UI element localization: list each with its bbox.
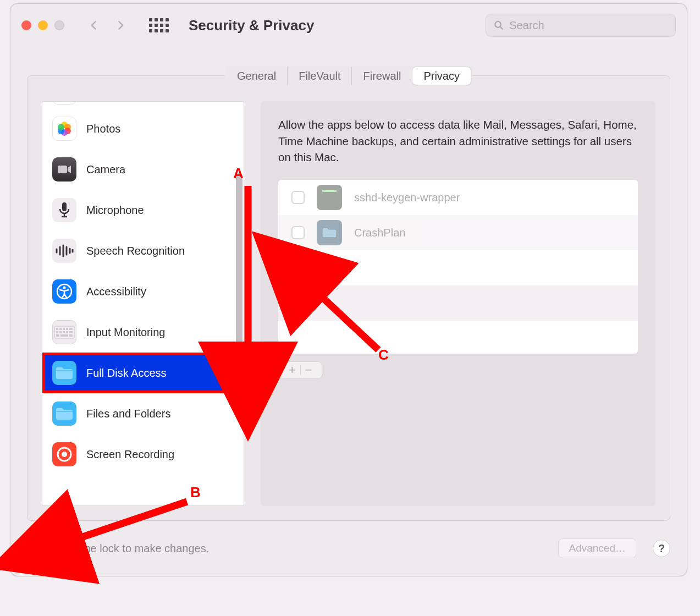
folder-icon [52,361,76,385]
sidebar-item-camera[interactable]: Camera [42,149,244,190]
close-window-button[interactable] [21,20,31,30]
svg-rect-30 [69,331,73,333]
folder-icon [52,402,76,426]
lock-button[interactable] [27,537,46,559]
separator [300,365,301,375]
sidebar-scrollbar[interactable] [236,173,242,376]
add-remove-buttons[interactable]: + − [278,361,322,379]
reminders-partial-icon [52,102,76,105]
sidebar-item-label: Screen Recording [86,448,234,461]
svg-rect-25 [69,328,73,330]
svg-rect-29 [66,331,68,333]
nav-arrows [89,20,126,31]
checkbox-crashplan[interactable] [291,226,305,239]
svg-rect-27 [59,331,62,333]
tab-firewall[interactable]: Firewall [352,67,412,85]
svg-rect-28 [63,331,65,333]
svg-rect-34 [56,370,73,371]
sidebar-item-photos[interactable]: Photos [42,108,244,149]
sidebar-item-label: Full Disk Access [86,367,234,380]
svg-rect-31 [56,334,59,337]
sidebar-item-files-folders[interactable]: Files and Folders [42,393,244,434]
add-button[interactable]: + [289,364,296,376]
footer: Click the lock to make changes. Advanced… [27,532,670,565]
app-label: CrashPlan [354,227,405,239]
svg-rect-8 [58,166,67,173]
zoom-window-button[interactable] [54,20,64,30]
window-title: Security & Privacy [189,17,314,34]
search-input[interactable] [509,19,668,32]
svg-point-37 [62,452,67,457]
keyboard-icon [52,320,76,344]
app-row-empty [278,285,638,321]
svg-rect-22 [59,328,62,330]
window-controls [21,20,64,30]
svg-rect-24 [66,328,68,330]
checkbox-sshd[interactable] [291,191,305,204]
lock-body-icon [28,547,45,559]
svg-rect-9 [62,202,67,211]
help-button[interactable]: ? [653,540,670,557]
sidebar-item-label: Microphone [86,204,234,217]
tab-bar: General FileVault Firewall Privacy [225,66,472,86]
tab-privacy[interactable]: Privacy [412,67,471,85]
sidebar-item-full-disk-access[interactable]: Full Disk Access [42,353,244,393]
sidebar-item-label: Camera [86,163,234,176]
advanced-button[interactable]: Advanced… [558,538,636,558]
app-row-empty [278,250,638,285]
sidebar-item-screen-recording[interactable]: Screen Recording [42,434,244,475]
app-label: sshd-keygen-wrapper [354,191,460,204]
sidebar-item-speech[interactable]: Speech Recognition [42,230,244,271]
back-button[interactable] [89,20,100,31]
photos-icon [52,117,76,141]
show-all-button[interactable] [149,18,169,32]
app-row-crashplan[interactable]: CrashPlan [278,215,638,250]
accessibility-icon [52,279,76,304]
lock-hint-text: Click the lock to make changes. [54,542,209,555]
crashplan-folder-icon [317,220,342,245]
svg-rect-35 [56,411,73,412]
search-icon [494,20,504,31]
sidebar-item-microphone[interactable]: Microphone [42,190,244,230]
speech-waveform-icon [52,239,76,263]
svg-rect-21 [56,328,58,330]
panel-description: Allow the apps below to access data like… [278,117,638,166]
preferences-window: Security & Privacy General FileVault Fir… [10,3,687,576]
search-field[interactable] [486,14,676,37]
sidebar-item-label: Photos [86,123,234,135]
sidebar-item-label: Accessibility [86,285,234,298]
app-list: sshd-keygen-wrapper CrashPlan [278,180,638,354]
app-row-sshd[interactable]: sshd-keygen-wrapper [278,180,638,215]
svg-line-1 [500,26,503,29]
svg-rect-33 [69,334,73,337]
svg-point-7 [58,124,64,130]
minimize-window-button[interactable] [38,20,48,30]
record-target-icon [52,442,76,466]
camera-icon [52,157,76,182]
sidebar-item-accessibility[interactable]: Accessibility [42,271,244,312]
svg-rect-32 [60,334,68,337]
sidebar-item-label: Input Monitoring [86,326,234,339]
forward-button[interactable] [115,20,126,31]
svg-rect-26 [56,331,58,333]
sidebar-item-label: Speech Recognition [86,245,234,257]
titlebar: Security & Privacy [10,4,687,47]
svg-point-19 [63,287,66,289]
terminal-icon [317,185,342,210]
scrollbar-thumb[interactable] [236,173,242,376]
app-row-empty [278,321,638,354]
sidebar-item-input-monitoring[interactable]: Input Monitoring [42,312,244,353]
remove-button[interactable]: − [305,364,312,376]
sidebar-item-partial[interactable] [42,102,244,108]
content-box: General FileVault Firewall Privacy [27,75,670,521]
microphone-icon [52,198,76,222]
tab-filevault[interactable]: FileVault [287,67,351,85]
detail-panel: Allow the apps below to access data like… [261,101,655,506]
svg-rect-23 [63,328,65,330]
privacy-category-list[interactable]: Photos Camera Microphone [42,101,244,506]
tab-general[interactable]: General [226,67,287,85]
sidebar-item-label: Files and Folders [86,408,234,420]
